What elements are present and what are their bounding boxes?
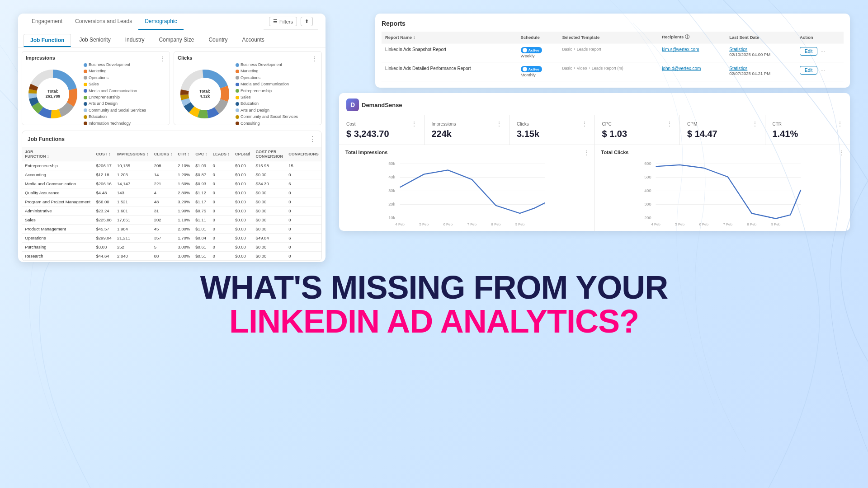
table-cell: 45 xyxy=(151,225,175,234)
svg-text:261,789: 261,789 xyxy=(46,94,61,99)
svg-text:30k: 30k xyxy=(388,188,395,193)
report-1-more-button[interactable]: ⋯ xyxy=(821,49,825,54)
svg-text:4.32k: 4.32k xyxy=(200,94,211,99)
clicks-title: Clicks xyxy=(178,55,318,61)
report-2-edit-button[interactable]: Edit xyxy=(800,66,817,75)
report-2-more-button[interactable]: ⋯ xyxy=(821,68,825,73)
table-cell: 1.10% xyxy=(175,216,193,225)
impressions-more-button[interactable]: ⋮ xyxy=(160,55,166,62)
report-2-frequency: Monthly xyxy=(521,72,555,77)
table-cell: $0.00 xyxy=(253,252,286,261)
metric-cpm: CPM ⋮ $ 14.47 xyxy=(680,115,765,145)
sub-tab-accounts[interactable]: Accounts xyxy=(236,34,270,47)
tab-demographic[interactable]: Demographic xyxy=(138,14,183,30)
reports-title: Reports xyxy=(382,20,844,27)
table-cell: 0 xyxy=(210,225,232,234)
metric-ctr-more[interactable]: ⋮ xyxy=(837,121,843,127)
table-cell: $0.87 xyxy=(193,170,210,179)
sub-tab-job-function[interactable]: Job Function xyxy=(24,34,71,47)
table-cell: 202 xyxy=(151,216,175,225)
table-cell: $0.00 xyxy=(232,252,253,261)
table-cell: $12.18 xyxy=(94,170,114,179)
report-2-recipient[interactable]: john.d@vertex.com xyxy=(662,66,722,71)
table-cell: $0.00 xyxy=(253,243,286,252)
table-cell: 0 xyxy=(210,197,232,206)
metric-cost-label: Cost xyxy=(346,122,356,127)
table-cell: $1.17 xyxy=(193,197,210,206)
tab-engagement[interactable]: Engagement xyxy=(25,14,69,30)
filter-icon: ☰ xyxy=(273,19,278,24)
report-2-name: LinkedIn Ads Detailed Performance Report xyxy=(385,66,514,71)
metric-cpc-more[interactable]: ⋮ xyxy=(667,121,672,127)
total-impressions-more[interactable]: ⋮ xyxy=(584,150,589,156)
metric-impressions-more[interactable]: ⋮ xyxy=(496,121,502,127)
sub-tab-company-size[interactable]: Company Size xyxy=(152,34,200,47)
table-cell: 31 xyxy=(151,206,175,216)
filters-label: Filters xyxy=(279,19,293,24)
table-cell: $23.24 xyxy=(94,206,114,216)
table-cell: $0.00 xyxy=(232,206,253,216)
svg-text:5 Feb: 5 Feb xyxy=(675,222,684,226)
share-button[interactable]: ⬆ xyxy=(301,17,313,26)
report-2-statistics[interactable]: Statistics xyxy=(729,66,793,71)
clicks-more-button[interactable]: ⋮ xyxy=(311,55,318,62)
svg-text:8 Feb: 8 Feb xyxy=(747,222,756,226)
col-action: Action xyxy=(796,32,844,43)
table-cell: Product Management xyxy=(22,225,94,234)
table-cell: $0.00 xyxy=(232,216,253,225)
metric-ctr: CTR ⋮ 1.41% xyxy=(765,115,850,145)
table-cell: 1,984 xyxy=(114,225,151,234)
report-1-statistics[interactable]: Statistics xyxy=(729,47,793,52)
report-1-edit-button[interactable]: Edit xyxy=(800,47,817,56)
report-2-last-sent: 02/07/2025 04:21 PM xyxy=(729,71,793,76)
clicks-chart: Clicks ⋮ Total: xyxy=(174,51,322,125)
col-ctr: CTR ↕ xyxy=(175,147,193,161)
ds-logo-icon: D xyxy=(346,99,359,111)
table-cell: $49.84 xyxy=(253,234,286,243)
job-functions-more-button[interactable]: ⋮ xyxy=(309,135,316,143)
table-row: Accounting$12.181,203141.20%$0.870$0.00$… xyxy=(22,170,321,179)
metric-cost-more[interactable]: ⋮ xyxy=(411,121,417,127)
sub-tab-job-seniority[interactable]: Job Seniority xyxy=(73,34,117,47)
col-last-sent: Last Sent Date xyxy=(726,32,796,43)
impressions-donut-chart: Total: 261,789 xyxy=(26,67,80,121)
sub-tab-country[interactable]: Country xyxy=(202,34,234,47)
job-functions-header: Job Functions ⋮ xyxy=(22,131,321,147)
ds-logo-text: DemandSense xyxy=(362,102,402,108)
table-cell: $0.00 xyxy=(253,206,286,216)
report-1-status-badge[interactable]: Active xyxy=(521,47,542,53)
report-2-status-badge[interactable]: Active xyxy=(521,66,542,72)
table-cell: 0 xyxy=(210,243,232,252)
ds-logo: D DemandSense xyxy=(346,99,402,111)
report-1-recipient[interactable]: kim.s@vertex.com xyxy=(662,47,722,52)
sub-tab-industry[interactable]: Industry xyxy=(119,34,151,47)
table-cell: 0 xyxy=(286,243,321,252)
table-cell: $0.75 xyxy=(193,206,210,216)
table-cell: 15 xyxy=(286,161,321,170)
sub-tabs-row: Job Function Job Seniority Industry Comp… xyxy=(18,30,326,47)
table-cell: Media and Communication xyxy=(22,179,94,188)
reports-panel: Reports Report Name ↕ Schedule Selected … xyxy=(375,14,850,88)
demandsense-panel: D DemandSense Cost ⋮ $ 3,243.70 Impressi… xyxy=(339,93,850,231)
metric-clicks-more[interactable]: ⋮ xyxy=(582,121,587,127)
table-cell: 252 xyxy=(114,243,151,252)
table-row: Program and Project Management$56.001,52… xyxy=(22,197,321,206)
table-cell: $0.00 xyxy=(232,161,253,170)
metric-ctr-label: CTR xyxy=(773,122,782,127)
clicks-legend: Business Development Marketing Operation… xyxy=(236,61,298,127)
demographics-panel: Engagement Conversions and Leads Demogra… xyxy=(18,14,326,262)
metric-cpm-more[interactable]: ⋮ xyxy=(752,121,758,127)
metric-clicks: Clicks ⋮ 3.15k xyxy=(509,115,595,145)
table-cell: $3.03 xyxy=(94,243,114,252)
job-functions-table: JOBFUNCTION ↕ COST ↕ IMPRESSIONS ↕ CLICK… xyxy=(22,147,321,261)
table-cell: $1.09 xyxy=(193,161,210,170)
svg-text:8 Feb: 8 Feb xyxy=(491,222,501,226)
total-clicks-more[interactable]: ⋮ xyxy=(839,150,844,156)
headline-line1: WHAT'S MISSING FROM YOUR xyxy=(18,271,850,304)
table-cell: 0 xyxy=(286,206,321,216)
filters-button[interactable]: ☰ Filters xyxy=(269,17,297,26)
svg-text:500: 500 xyxy=(644,175,651,179)
table-cell: Operations xyxy=(22,234,94,243)
tab-conversions[interactable]: Conversions and Leads xyxy=(69,14,138,30)
table-cell: 3.00% xyxy=(175,243,193,252)
